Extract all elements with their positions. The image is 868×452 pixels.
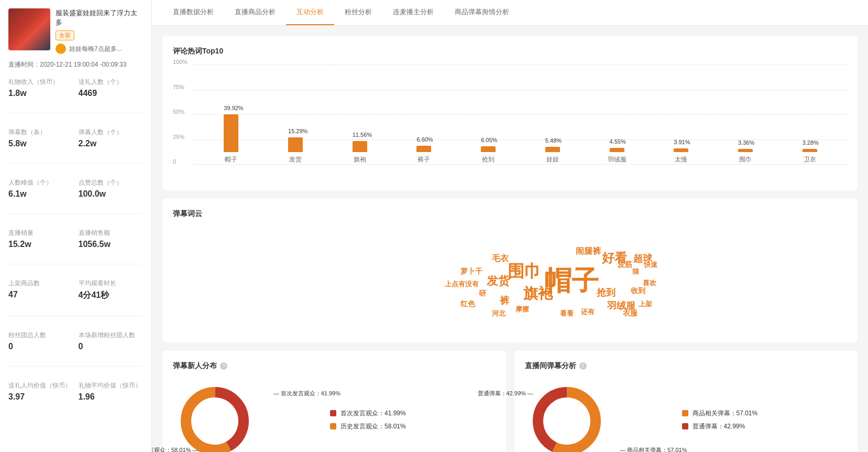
live-danmu-help-icon[interactable]: ? xyxy=(579,362,587,370)
color-box-new-1 xyxy=(330,410,336,416)
label-live-1: 商品相关弹幕：57.01% xyxy=(693,409,758,418)
tab-item-4[interactable]: 连麦播主分析 xyxy=(382,0,444,25)
stat-label: 送礼人均价值（快币） xyxy=(8,381,73,390)
bar-label: 旗袍 xyxy=(354,155,366,164)
tab-item-2[interactable]: 互动分析 xyxy=(286,0,334,25)
word-cloud-word: 皮筋 xyxy=(618,260,632,270)
stats-grid: 礼物收入（快币） 1.8w送礼人数（个） 4469弹幕数（条） 5.8w弹幕人数… xyxy=(8,78,143,402)
bar: 3.36% xyxy=(738,149,753,152)
word-cloud-word: 研 xyxy=(479,289,486,298)
label-new-2: 历史发言观众：58.01% xyxy=(340,422,406,431)
word-cloud-word: 裤 xyxy=(500,294,509,307)
tab-item-0[interactable]: 直播数据分析 xyxy=(162,0,224,25)
danmu-new-dist-section: 弹幕新人分布 ? — 首次发言观众：41.99% 历史发言观众：58.01% — xyxy=(162,351,506,452)
stream-time: 直播时间：2020-12-21 19:00:04 -00:09:33 xyxy=(8,60,143,69)
stream-info: 服装盛宴娃娃回来了浮力太多 女装 娃娃每晚7点超多... xyxy=(56,8,143,54)
annotation-new-left: 历史发言观众：58.01% — xyxy=(152,446,198,452)
bar-group: 11.56% 旗袍 xyxy=(327,58,392,164)
word-cloud-word: 旗袍 xyxy=(523,284,553,304)
donut-label-row-live-2: 普通弹幕：42.99% xyxy=(682,422,848,431)
stat-value: 15.2w xyxy=(8,240,73,249)
grid-line: 0 xyxy=(194,164,847,165)
bar: 4.55% xyxy=(610,148,624,152)
stat-value: 1056.5w xyxy=(79,240,144,249)
bar-wrapper: 3.28% xyxy=(803,58,817,152)
streamer-row: 娃娃每晚7点超多... xyxy=(56,44,143,54)
stat-label: 粉丝团总人数 xyxy=(8,331,73,340)
bar-wrapper: 3.36% xyxy=(738,58,753,152)
stat-item: 礼物收入（快币） 1.8w xyxy=(8,78,73,98)
bar-pct: 3.28% xyxy=(803,139,819,146)
bar-wrapper: 6.60% xyxy=(416,58,431,152)
word-cloud-word: 红色 xyxy=(460,299,475,309)
stat-label: 直播销量 xyxy=(8,229,73,238)
bar-pct: 6.60% xyxy=(416,136,433,143)
grid-label: 50% xyxy=(173,109,184,115)
danmu-new-help-icon[interactable]: ? xyxy=(220,362,227,370)
tab-item-5[interactable]: 商品弹幕舆情分析 xyxy=(444,0,520,25)
stat-label: 直播销售额 xyxy=(79,229,144,238)
annotation-live-left: 普通弹幕：42.99% — xyxy=(478,390,533,397)
grid-label: 75% xyxy=(173,84,184,90)
stat-value: 0 xyxy=(8,342,73,351)
bar: 3.28% xyxy=(803,149,817,152)
stat-item: 弹幕数（条） 5.8w xyxy=(8,128,73,148)
word-cloud-word: 河北 xyxy=(492,309,506,318)
danmu-new-title: 弹幕新人分布 xyxy=(173,361,217,371)
bar-wrapper: 4.55% xyxy=(610,58,624,152)
bar-group: 39.92% 帽子 xyxy=(199,58,263,164)
bar-pct: 3.91% xyxy=(674,139,690,145)
stat-label: 弹幕数（条） xyxy=(8,128,73,137)
bar-group: 15.29% 发货 xyxy=(263,58,328,164)
bar-label: 卫衣 xyxy=(804,155,816,164)
stat-value: 3.97 xyxy=(8,392,73,402)
donut-area-live: 普通弹幕：42.99% — — 商品相关弹幕：57.01% 商品相关弹幕：57.… xyxy=(525,379,848,452)
stat-item: 直播销量 15.2w xyxy=(8,229,73,249)
word-cloud: 帽子围巾好看超球发货旗袍闹腿裤毛衣萝卜干上点有没有研裤红色河北皮筋猫快速抢到羽绒… xyxy=(173,227,847,332)
stat-label: 上架商品数 xyxy=(8,279,73,288)
word-cloud-word: 抢到 xyxy=(597,286,616,299)
streamer-name: 娃娃每晚7点超多... xyxy=(69,45,122,53)
live-danmu-title: 直播间弹幕分析 xyxy=(525,361,576,371)
stat-item: 送礼人均价值（快币） 3.97 xyxy=(8,381,73,402)
bar-pct: 11.56% xyxy=(353,132,372,138)
bar-pct: 4.55% xyxy=(610,138,626,145)
stat-item: 礼物平均价值（快币） 1.96 xyxy=(79,381,144,402)
stat-item: 直播销售额 1056.5w xyxy=(79,229,144,249)
stat-value: 6.1w xyxy=(8,189,73,199)
word-cloud-word: 萝卜干 xyxy=(460,267,482,276)
bar: 6.05% xyxy=(481,146,496,152)
color-box-new-2 xyxy=(330,423,336,429)
word-cloud-word: 猫 xyxy=(632,267,639,276)
word-cloud-title: 弹幕词云 xyxy=(173,209,847,219)
stat-value: 4469 xyxy=(79,89,144,98)
stream-thumbnail xyxy=(8,8,50,50)
tag-badge: 女装 xyxy=(56,30,74,40)
bar-label: 发货 xyxy=(289,155,302,164)
word-cloud-inner: 帽子围巾好看超球发货旗袍闹腿裤毛衣萝卜干上点有没有研裤红色河北皮筋猫快速抢到羽绒… xyxy=(340,231,680,328)
stat-value: 2.2w xyxy=(79,139,144,148)
grid-label: 0 xyxy=(173,158,176,165)
color-box-live-2 xyxy=(682,423,688,429)
stat-label: 本场新增粉丝团人数 xyxy=(79,331,144,340)
donut-labels-new: 首次发言观众：41.99% 历史发言观众：58.01% xyxy=(330,409,496,435)
bar-label: 抢到 xyxy=(482,155,495,164)
bar-label: 娃娃 xyxy=(546,155,559,164)
chart-title-top10: 评论热词Top10 xyxy=(173,47,847,56)
label-live-2: 普通弹幕：42.99% xyxy=(693,422,745,431)
word-cloud-word: 闹腿裤 xyxy=(576,246,601,257)
bar-label: 围巾 xyxy=(739,155,752,164)
stat-item: 平均观看时长 4分41秒 xyxy=(79,279,144,301)
word-cloud-word: 快速 xyxy=(644,260,657,270)
stat-value: 4分41秒 xyxy=(79,290,144,301)
section-header-danmu-new: 弹幕新人分布 ? xyxy=(173,361,496,371)
tab-item-1[interactable]: 直播商品分析 xyxy=(224,0,286,25)
stat-value: 1.96 xyxy=(79,392,144,402)
bar-group: 3.91% 太慢 xyxy=(649,58,713,164)
stat-label: 点赞总数（个） xyxy=(79,178,144,187)
bar-group: 5.48% 娃娃 xyxy=(521,58,585,164)
donut-label-row-live-1: 商品相关弹幕：57.01% xyxy=(682,409,848,418)
bar-label: 帽子 xyxy=(225,155,237,164)
stat-item: 弹幕人数（个） 2.2w xyxy=(79,128,144,148)
tab-item-3[interactable]: 粉丝分析 xyxy=(334,0,382,25)
